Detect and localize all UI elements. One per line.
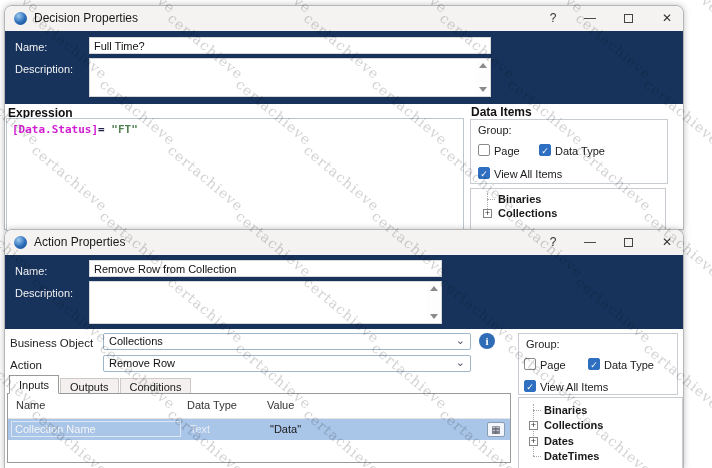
view-all-items-checkbox[interactable]: ✓ bbox=[524, 380, 536, 392]
decision-data-items-tree: Binaries + Collections bbox=[470, 188, 666, 231]
group-label: Group: bbox=[526, 338, 560, 350]
action-dialog-title: Action Properties bbox=[34, 235, 125, 249]
tree-item-collections[interactable]: Collections bbox=[498, 207, 557, 219]
maximize-icon bbox=[624, 14, 633, 23]
view-all-items-checkbox-label: View All Items bbox=[540, 381, 608, 393]
data-type-checkbox[interactable]: ✓ bbox=[588, 358, 600, 370]
chevron-down-icon: ⌄ bbox=[456, 356, 465, 369]
page-checkbox[interactable] bbox=[478, 144, 490, 156]
group-label: Group: bbox=[478, 124, 512, 136]
maximize-icon bbox=[624, 238, 633, 247]
column-header-name[interactable]: Name bbox=[16, 399, 45, 411]
business-object-value: Collections bbox=[109, 335, 163, 347]
page-checkbox-label: Page bbox=[540, 359, 566, 371]
view-all-items-checkbox-label: View All Items bbox=[494, 168, 562, 180]
info-icon[interactable]: i bbox=[479, 333, 495, 349]
blue-prism-stage-icon bbox=[14, 236, 27, 249]
help-button[interactable]: ? bbox=[542, 10, 564, 27]
action-header-band: Name: Description: bbox=[5, 255, 683, 329]
tree-item-dates[interactable]: Dates bbox=[544, 435, 574, 447]
minimize-button[interactable]: — bbox=[579, 234, 601, 251]
page-checkbox-label: Page bbox=[494, 145, 520, 157]
maximize-button[interactable] bbox=[617, 234, 639, 251]
business-object-label: Business Object bbox=[10, 337, 93, 349]
data-type-checkbox-label: Data Type bbox=[604, 359, 654, 371]
description-label: Description: bbox=[15, 287, 73, 299]
action-group-box: Group: Page ✓ Data Type ✓ View All Items bbox=[518, 333, 678, 395]
tree-item-datetimes[interactable]: DateTimes bbox=[544, 450, 599, 462]
collection-picker-button[interactable]: ▦ bbox=[487, 422, 505, 437]
action-dropdown[interactable]: Remove Row ⌄ bbox=[103, 355, 471, 372]
scroll-up-icon[interactable] bbox=[479, 63, 487, 68]
screen: Decision Properties ? — ✕ Name: Descript… bbox=[0, 0, 712, 468]
tree-expand-icon[interactable]: + bbox=[529, 437, 538, 446]
inputs-table: Name Data Type Value Collection Name Tex… bbox=[7, 393, 511, 463]
textarea-scrollbar[interactable] bbox=[476, 60, 489, 95]
action-titlebar[interactable]: Action Properties ? — ✕ bbox=[5, 230, 683, 255]
tree-expand-icon[interactable]: + bbox=[529, 421, 538, 430]
decision-dialog-title: Decision Properties bbox=[34, 11, 138, 25]
name-label: Name: bbox=[15, 265, 47, 277]
tree-expand-icon[interactable]: + bbox=[483, 209, 492, 218]
scroll-down-icon[interactable] bbox=[479, 87, 487, 92]
column-header-value[interactable]: Value bbox=[267, 399, 294, 411]
row-value-cell[interactable]: "Data" bbox=[270, 423, 301, 435]
name-label: Name: bbox=[15, 41, 47, 53]
action-value: Remove Row bbox=[109, 357, 175, 369]
row-name-cell[interactable]: Collection Name bbox=[11, 421, 181, 437]
tree-item-binaries[interactable]: Binaries bbox=[544, 404, 587, 416]
minimize-button[interactable]: — bbox=[579, 10, 601, 27]
page-checkbox[interactable] bbox=[524, 358, 536, 370]
scroll-down-icon[interactable] bbox=[430, 314, 438, 319]
tab-outputs[interactable]: Outputs bbox=[60, 378, 119, 394]
maximize-button[interactable] bbox=[617, 10, 639, 27]
row-data-type-cell[interactable]: Text bbox=[190, 423, 210, 435]
decision-properties-dialog: Decision Properties ? — ✕ Name: Descript… bbox=[4, 5, 684, 230]
expression-editor[interactable]: [Data.Status]= "FT" bbox=[6, 118, 464, 231]
view-all-items-checkbox[interactable]: ✓ bbox=[478, 167, 490, 179]
tree-leaf-tick bbox=[533, 410, 541, 411]
help-button[interactable]: ? bbox=[542, 234, 564, 251]
close-button[interactable]: ✕ bbox=[656, 10, 678, 27]
tree-connector-line bbox=[533, 404, 534, 456]
chevron-down-icon: ⌄ bbox=[456, 334, 465, 347]
action-name-input[interactable] bbox=[89, 260, 442, 277]
tab-inputs[interactable]: Inputs bbox=[9, 375, 59, 394]
data-type-checkbox-label: Data Type bbox=[555, 145, 605, 157]
table-row[interactable]: Collection Name Text "Data" ▦ bbox=[8, 419, 510, 440]
decision-titlebar[interactable]: Decision Properties ? — ✕ bbox=[5, 6, 683, 31]
expression-data-reference: [Data.Status] bbox=[12, 123, 98, 136]
action-label: Action bbox=[10, 359, 42, 371]
io-tabs: Inputs Outputs Conditions bbox=[9, 375, 192, 394]
scroll-up-icon[interactable] bbox=[430, 286, 438, 291]
decision-name-input[interactable] bbox=[89, 37, 491, 54]
action-data-items-tree: Binaries + Collections + Dates DateTimes bbox=[518, 397, 683, 468]
expression-value: "FT" bbox=[111, 123, 138, 136]
textarea-scrollbar[interactable] bbox=[427, 283, 440, 322]
tree-leaf-tick bbox=[533, 456, 541, 457]
decision-description-textarea[interactable] bbox=[89, 58, 491, 97]
column-header-data-type[interactable]: Data Type bbox=[187, 399, 237, 411]
data-items-label: Data Items bbox=[471, 105, 532, 119]
action-properties-dialog: Action Properties ? — ✕ Name: Descriptio… bbox=[4, 229, 684, 468]
tab-conditions[interactable]: Conditions bbox=[120, 378, 192, 394]
tree-item-binaries[interactable]: Binaries bbox=[498, 193, 541, 205]
decision-group-box: Group: Page ✓ Data Type ✓ View All Items bbox=[470, 119, 668, 184]
action-description-textarea[interactable] bbox=[89, 281, 442, 324]
decision-header-band: Name: Description: bbox=[5, 31, 683, 104]
business-object-dropdown[interactable]: Collections ⌄ bbox=[103, 333, 471, 350]
description-label: Description: bbox=[15, 63, 73, 75]
blue-prism-stage-icon bbox=[14, 12, 27, 25]
tree-item-collections[interactable]: Collections bbox=[544, 419, 603, 431]
expression-operator: = bbox=[98, 123, 111, 136]
data-type-checkbox[interactable]: ✓ bbox=[539, 144, 551, 156]
tree-leaf-tick bbox=[487, 199, 495, 200]
inputs-table-header: Name Data Type Value bbox=[8, 394, 510, 419]
close-button[interactable]: ✕ bbox=[656, 234, 678, 251]
